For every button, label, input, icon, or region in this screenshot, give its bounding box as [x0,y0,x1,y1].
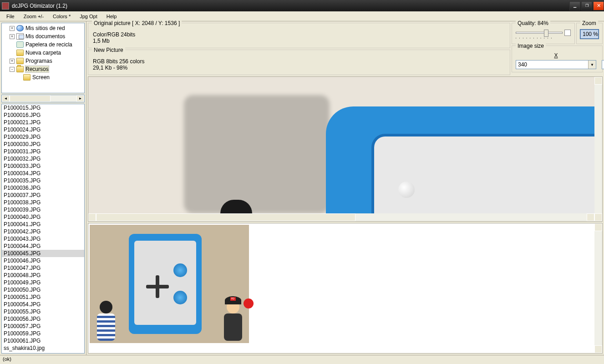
file-item[interactable]: P1000054.JPG [2,301,84,308]
file-item[interactable]: P1000059.JPG [2,330,84,337]
hscroll-thumb[interactable] [10,95,51,102]
zoom-legend: Zoom [580,20,598,26]
file-item[interactable]: P1000038.JPG [2,199,84,206]
menu-zoom[interactable]: Zoom +/- [19,13,48,20]
file-list[interactable]: P1000015.JPGP1000016.JPGP1000021.JPGP100… [1,104,85,354]
original-color-info: Color/RGB 24bits [93,31,505,38]
folder-icon [16,50,24,56]
tree-item[interactable]: Papelera de recicla [3,40,83,49]
file-item[interactable]: P1000024.JPG [2,126,84,133]
file-item[interactable]: P1000035.JPG [2,177,84,184]
scroll-left-button[interactable] [88,213,96,221]
hscroll-thumb[interactable] [96,213,355,221]
scroll-down-button[interactable] [594,345,602,353]
file-item[interactable]: P1000047.JPG [2,264,84,272]
file-item[interactable]: P1000040.JPG [2,213,84,221]
tree-item[interactable]: Nueva carpeta [3,49,83,57]
tree-expander-icon[interactable]: + [10,59,15,64]
tree-item-label: Nueva carpeta [25,50,61,56]
tree-item[interactable]: +Mis sitios de red [3,24,83,32]
tree-item-label: Programas [25,58,52,64]
scroll-down-button[interactable] [594,213,602,221]
newpic-legend: New Picture [92,47,125,53]
original-image [88,77,594,213]
width-input[interactable] [516,61,588,68]
file-item[interactable]: P1000021.JPG [2,119,84,126]
file-item[interactable]: P1000046.JPG [2,257,84,264]
file-item[interactable]: P1000043.JPG [2,235,84,243]
tree-item[interactable]: -Recursos [3,65,83,73]
file-item[interactable]: P1000055.JPG [2,308,84,315]
original-size-info: 1,5 Mb [93,38,505,44]
close-button[interactable]: ✕ [593,1,604,10]
file-item[interactable]: P1000061.JPG [2,337,84,344]
scroll-left-button[interactable]: ◄ [2,95,10,102]
tree-expander-icon[interactable]: + [10,26,15,31]
menu-file[interactable]: File [2,13,19,20]
file-item[interactable]: P1000057.JPG [2,323,84,330]
file-item[interactable]: P1000051.JPG [2,293,84,301]
image-size-group: Image size X ▼ Y [512,46,603,72]
scroll-right-button[interactable]: ► [76,95,84,102]
tree-item-label: Papelera de recicla [25,41,72,48]
quality-slider[interactable] [516,32,563,34]
preview-hscrollbar[interactable] [88,213,594,221]
file-item[interactable]: P1000016.JPG [2,111,84,119]
file-item[interactable]: P1000036.JPG [2,184,84,192]
file-item[interactable]: P1000048.JPG [2,272,84,279]
original-picture-group: Original picture [ X: 2048 / Y: 1536 ] C… [88,23,510,48]
tree-item[interactable]: Screen [3,73,83,81]
quality-group: Quality: 84% ' ' ' ' ' ' ' ' ' ' ' [512,23,575,44]
minimize-button[interactable]: ▁ [569,1,580,10]
width-select[interactable]: ▼ [516,60,596,69]
menu-colors[interactable]: Colors * [48,13,75,20]
file-item[interactable]: P1000030.JPG [2,141,84,148]
scroll-up-button[interactable] [594,77,602,85]
tree-hscrollbar[interactable]: ◄ ► [1,95,85,102]
newpic-size-info: 29,1 Kb - 98% [93,65,505,71]
right-panel: Original picture [ X: 2048 / Y: 1536 ] C… [86,21,604,355]
folder-icon [16,58,24,64]
file-item[interactable]: P1000034.JPG [2,170,84,177]
tree-item[interactable]: +Mis documentos [3,32,83,40]
file-item[interactable]: P1000015.JPG [2,104,84,111]
file-item[interactable]: P1000032.JPG [2,155,84,162]
tree-expander-icon[interactable]: + [10,34,15,39]
quality-checkbox[interactable] [564,30,571,36]
file-item[interactable]: P1000031.JPG [2,148,84,155]
preview-vscrollbar[interactable] [594,223,602,353]
original-preview-pane[interactable] [88,76,603,222]
zoom-select[interactable]: ▼ [580,30,599,39]
dropdown-icon[interactable]: ▼ [588,61,596,69]
imagesize-legend: Image size [516,43,546,49]
tree-expander-icon[interactable]: - [10,67,15,72]
file-item[interactable]: ss_shakira10.jpg [2,344,84,352]
folder-tree[interactable]: +Mis sitios de red+Mis documentosPapeler… [1,23,85,93]
file-item[interactable]: P1000049.JPG [2,279,84,286]
new-preview-pane[interactable]: FD [88,223,603,354]
docs-icon [16,33,24,40]
tree-item-label: Recursos [25,66,49,72]
file-item[interactable]: P1000042.JPG [2,228,84,235]
menu-jpgopt[interactable]: Jpg Opt [75,13,102,20]
file-item[interactable]: P1000045.JPG [2,250,84,257]
maximize-button[interactable]: ❐ [581,1,592,10]
height-input[interactable] [602,61,604,68]
file-item[interactable]: P1000029.JPG [2,133,84,141]
file-item[interactable]: P1000050.JPG [2,286,84,293]
tree-item[interactable]: +Programas [3,57,83,65]
file-item[interactable]: P1000044.JPG [2,243,84,250]
menu-help[interactable]: Help [102,13,122,20]
tree-item-label: Mis sitios de red [25,25,65,31]
file-item[interactable]: P1000039.JPG [2,206,84,213]
file-item[interactable]: P1000056.JPG [2,315,84,323]
window-title: dcJPG Otimizator (1.2) [12,3,568,9]
scroll-right-button[interactable] [587,213,594,221]
zoom-input[interactable] [581,31,604,37]
file-item[interactable]: P1000033.JPG [2,162,84,170]
file-item[interactable]: P1000037.JPG [2,192,84,199]
height-select[interactable]: ▼ [602,60,604,69]
scroll-up-button[interactable] [594,223,602,231]
file-item[interactable]: P1000041.JPG [2,221,84,228]
preview-vscrollbar[interactable] [594,77,602,221]
